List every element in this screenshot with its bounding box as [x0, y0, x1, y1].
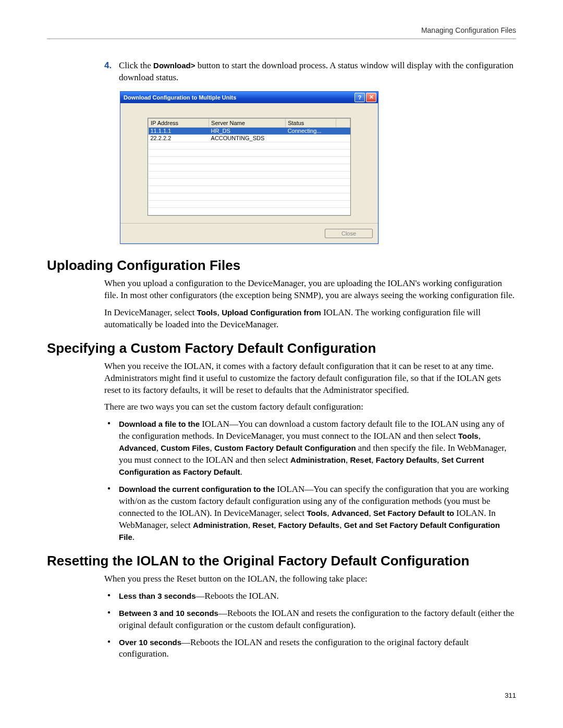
table-row	[149, 178, 350, 186]
dialog-titlebar: Download Configuration to Multiple Units…	[120, 92, 378, 103]
table-row[interactable]: 22.2.2.2 ACCOUNTING_SDS	[149, 134, 350, 142]
dialog-footer: Close	[120, 223, 378, 243]
list-item: Less than 3 seconds—Reboots the IOLAN.	[104, 590, 516, 602]
help-icon[interactable]: ?	[354, 93, 365, 102]
list-item: Download a file to the IOLAN—You can dow…	[104, 418, 516, 478]
heading-uploading: Uploading Configuration Files	[47, 257, 516, 274]
sec2-p2: There are two ways you can set the custo…	[104, 401, 516, 413]
col-ip[interactable]: IP Address	[149, 118, 209, 127]
running-header: Managing Configuration Files	[47, 26, 516, 34]
heading-resetting: Resetting the IOLAN to the Original Fact…	[47, 553, 516, 569]
table-row	[149, 171, 350, 178]
sec2-p1: When you receive the IOLAN, it comes wit…	[104, 361, 516, 397]
close-button[interactable]: Close	[325, 229, 373, 238]
col-server[interactable]: Server Name	[209, 118, 286, 127]
table-row	[149, 142, 350, 149]
table-row	[149, 156, 350, 164]
list-item: Download the current configuration to th…	[104, 484, 516, 544]
table-row	[149, 164, 350, 171]
col-status[interactable]: Status	[286, 118, 336, 127]
step-4: 4. Click the Download> button to start t…	[104, 60, 516, 84]
sec2-list: Download a file to the IOLAN—You can dow…	[104, 418, 516, 543]
heading-custom-default: Specifying a Custom Factory Default Conf…	[47, 340, 516, 356]
table-row[interactable]: 11.1.1.1 HR_DS Connecting...	[149, 127, 350, 134]
sec1-p2: In DeviceManager, select Tools, Upload C…	[104, 307, 516, 331]
sec3-list: Less than 3 seconds—Reboots the IOLAN. B…	[104, 590, 516, 661]
document-page: Managing Configuration Files 4. Click th…	[0, 0, 563, 720]
table-row	[149, 193, 350, 200]
download-button-label: Download>	[153, 61, 195, 70]
step-text: Click the Download> button to start the …	[119, 60, 516, 84]
step-number: 4.	[104, 60, 119, 84]
close-icon[interactable]: ✕	[366, 93, 376, 102]
grid-header-row: IP Address Server Name Status	[149, 118, 350, 127]
sec3-p1: When you press the Reset button on the I…	[104, 573, 516, 585]
list-item: Over 10 seconds—Reboots the IOLAN and re…	[104, 637, 516, 661]
dialog-window: Download Configuration to Multiple Units…	[120, 91, 378, 244]
dialog-title: Download Configuration to Multiple Units	[124, 94, 353, 101]
page-number: 311	[47, 692, 516, 699]
list-item: Between 3 and 10 seconds—Reboots the IOL…	[104, 608, 516, 632]
col-spacer	[336, 118, 350, 127]
status-grid: IP Address Server Name Status 11.1.1.1 H…	[148, 118, 351, 216]
table-row	[149, 186, 350, 193]
table-row	[149, 207, 350, 215]
table-row	[149, 200, 350, 207]
dialog-body: IP Address Server Name Status 11.1.1.1 H…	[120, 103, 378, 223]
table-row	[149, 149, 350, 156]
header-divider	[47, 39, 516, 39]
sec1-p1: When you upload a configuration to the D…	[104, 278, 516, 302]
